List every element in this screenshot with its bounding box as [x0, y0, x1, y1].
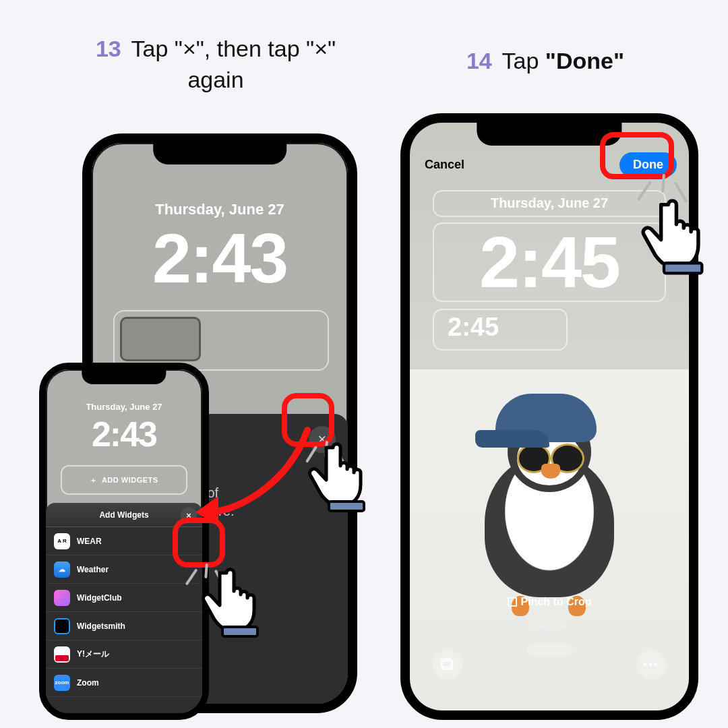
- sheet-header: Add Widgets ×: [46, 503, 202, 527]
- pinch-to-crop-label: Pinch to Crop: [410, 596, 689, 608]
- lockscreen-time[interactable]: 2:43: [46, 414, 202, 454]
- more-icon[interactable]: •••: [636, 650, 666, 679]
- sheet-title: Add Widgets: [99, 510, 148, 520]
- wallpaper-subject-penguin: [455, 388, 644, 611]
- widget-app-row[interactable]: Y!メール: [46, 640, 202, 669]
- widget-app-row[interactable]: Weather: [46, 555, 202, 584]
- plus-icon: ＋: [90, 475, 98, 485]
- widget-app-row[interactable]: zoomZoom: [46, 669, 202, 697]
- phone-notch: [82, 369, 166, 384]
- lockscreen-date[interactable]: Thursday, June 27: [46, 402, 202, 412]
- app-icon: [54, 562, 70, 578]
- app-icon: A R: [54, 533, 70, 549]
- app-icon: [54, 590, 70, 606]
- gallery-icon[interactable]: [433, 650, 462, 679]
- widget-app-row[interactable]: WidgetClub: [46, 584, 202, 612]
- app-icon: [54, 646, 70, 663]
- phone-step14: Cancel Done Thursday, June 27 2:45 2:45 …: [400, 113, 698, 720]
- lockscreen-time[interactable]: 2:43: [92, 218, 348, 299]
- step-number: 13: [96, 36, 121, 61]
- app-label: Y!メール: [77, 648, 109, 660]
- phone-step13-front: Thursday, June 27 2:43 ＋ ADD WIDGETS Add…: [39, 363, 209, 720]
- app-icon: zoom: [54, 675, 70, 691]
- step-13-caption: 13 Tap "×", then tap "×" again: [74, 34, 357, 96]
- photo-style-label[interactable]: Natural: [410, 619, 689, 631]
- add-widgets-button[interactable]: ＋ ADD WIDGETS: [61, 465, 187, 495]
- close-icon[interactable]: ×: [181, 507, 197, 523]
- app-icon: [54, 618, 70, 634]
- app-label: Zoom: [77, 678, 99, 688]
- page-dots[interactable]: [526, 644, 572, 655]
- caption-text: Tap "×", then tap "×": [131, 36, 336, 61]
- crop-icon: [508, 597, 517, 607]
- widget-app-row[interactable]: Widgetsmith: [46, 612, 202, 640]
- widget-clock[interactable]: 2:45: [448, 313, 499, 342]
- add-widgets-sheet: Add Widgets × A RWEAR Weather WidgetClub…: [46, 503, 202, 713]
- app-label: Widgetsmith: [77, 621, 125, 631]
- caption-text-bold: "Done": [545, 48, 624, 73]
- done-button[interactable]: Done: [619, 152, 677, 177]
- lockscreen-date[interactable]: Thursday, June 27: [92, 201, 348, 218]
- cancel-button[interactable]: Cancel: [425, 158, 464, 172]
- app-label: Weather: [77, 565, 109, 574]
- caption-text: again: [187, 67, 243, 92]
- widget-slot[interactable]: [120, 317, 201, 361]
- lockscreen-date[interactable]: Thursday, June 27: [410, 195, 689, 211]
- phone-notch: [153, 143, 286, 164]
- widget-app-row[interactable]: A RWEAR: [46, 527, 202, 555]
- step-14-caption: 14 Tap "Done": [414, 46, 677, 77]
- step-number: 14: [466, 48, 492, 73]
- app-label: WEAR: [77, 537, 102, 546]
- add-widgets-label: ADD WIDGETS: [102, 476, 158, 484]
- phone-notch: [477, 123, 621, 146]
- caption-text: Tap: [502, 48, 545, 73]
- app-label: WidgetClub: [77, 593, 122, 603]
- close-icon[interactable]: ×: [309, 426, 336, 453]
- lockscreen-time[interactable]: 2:45: [410, 220, 689, 304]
